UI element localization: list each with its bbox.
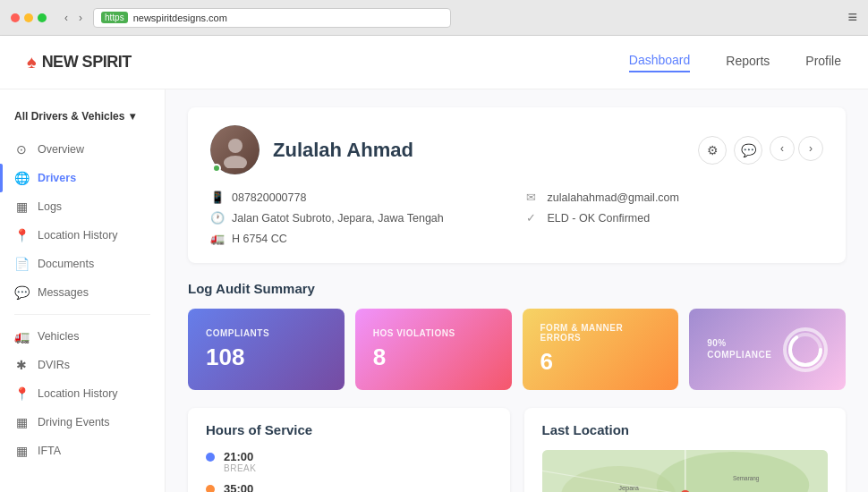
sidebar: All Drivers & Vehicles ▾ ⊙ Overview 🌐 Dr… [0, 89, 166, 492]
hos-item-drive: 35:00 [206, 482, 492, 492]
main-content: Zulalah Ahmad ⚙ 💬 ‹ › 📱 087820000778 ✉ [166, 89, 868, 492]
hos-break-time: 21:00 [224, 450, 256, 463]
message-button[interactable]: 💬 [734, 136, 762, 165]
audit-cards: COMPLIANTS 108 HOS VIOLATIONS 8 FORM & M… [188, 309, 846, 390]
sidebar-item-ifta[interactable]: ▦ IFTA [0, 437, 165, 465]
overview-icon: ⊙ [14, 142, 29, 157]
sidebar-item-messages[interactable]: 💬 Messages [0, 278, 165, 307]
driver-name: Zulalah Ahmad [273, 139, 413, 162]
logo-text: NEW SPIRIT [42, 53, 132, 72]
bottom-row: Hours of Service 21:00 BREAK 35:00 [188, 408, 846, 492]
nav-reports[interactable]: Reports [726, 54, 770, 72]
chevron-down-icon: ▾ [130, 110, 135, 123]
documents-icon: 📄 [14, 257, 29, 271]
minimize-dot[interactable] [24, 13, 33, 22]
back-button[interactable]: ‹ [61, 10, 72, 26]
browser-nav: ‹ › [61, 10, 86, 26]
logo[interactable]: ♠ NEW SPIRIT [27, 52, 132, 72]
settings-button[interactable]: ⚙ [698, 136, 727, 165]
url-bar[interactable]: https newspiritdesigns.com [93, 8, 451, 28]
location-title: Last Location [542, 422, 829, 437]
sidebar-item-location-history[interactable]: 📍 Location History [0, 221, 165, 250]
email-icon: ✉ [526, 191, 540, 204]
hamburger-icon[interactable]: ≡ [847, 8, 857, 27]
sidebar-label-vehicles-location: Location History [38, 387, 118, 400]
profile-actions: ⚙ 💬 ‹ › [698, 136, 823, 165]
sidebar-divider [14, 314, 150, 315]
sidebar-label-logs: Logs [38, 200, 62, 213]
audit-errors-value: 6 [540, 348, 661, 376]
audit-card-compliants: COMPLIANTS 108 [188, 309, 345, 390]
dvirs-icon: ✱ [14, 358, 29, 372]
online-status-dot [212, 164, 221, 173]
compliance-sublabel: COMPLIANCE [707, 350, 771, 360]
nav-dashboard[interactable]: Dashboard [629, 53, 691, 72]
detail-eld: ✓ ELD - OK Confirmed [526, 211, 824, 225]
sidebar-item-documents[interactable]: 📄 Documents [0, 250, 165, 278]
hos-item-break: 21:00 BREAK [206, 450, 492, 473]
prev-button[interactable]: ‹ [770, 136, 795, 161]
ifta-icon: ▦ [14, 444, 29, 458]
sidebar-label-driving-events: Driving Events [38, 416, 110, 428]
detail-phone: 📱 087820000778 [210, 191, 508, 204]
hos-break-dot [206, 453, 215, 462]
map-placeholder: Jepara Semarang [542, 450, 829, 492]
hos-break-label: BREAK [224, 463, 256, 473]
vehicles-icon: 🚛 [14, 329, 29, 344]
audit-compliants-value: 108 [206, 344, 327, 371]
sidebar-item-driving-events[interactable]: ▦ Driving Events [0, 408, 165, 437]
compliance-label: 90% [707, 338, 771, 348]
sidebar-item-dvirs[interactable]: ✱ DVIRs [0, 351, 165, 379]
sidebar-group-1: ⊙ Overview 🌐 Drivers ▦ Logs 📍 Location H… [0, 135, 165, 307]
detail-truck: 🚛 H 6754 CC [210, 232, 508, 245]
address-icon: 🕐 [210, 211, 225, 225]
eld-icon: ✓ [526, 211, 540, 225]
compliance-circle [783, 327, 828, 372]
hos-drive-time: 35:00 [224, 482, 253, 492]
eld-value: ELD - OK Confirmed [548, 212, 651, 225]
audit-card-errors: FORM & MANNER ERRORS 6 [523, 309, 679, 390]
forward-button[interactable]: › [75, 10, 86, 26]
main-layout: All Drivers & Vehicles ▾ ⊙ Overview 🌐 Dr… [0, 89, 868, 492]
detail-email: ✉ zulalahahmad@gmail.com [526, 191, 824, 204]
drivers-icon: 🌐 [14, 171, 29, 185]
address-value: Jalan Gatot Subroto, Jepara, Jawa Tengah [232, 212, 444, 225]
hos-break-info: 21:00 BREAK [224, 450, 256, 473]
sidebar-item-vehicles-location[interactable]: 📍 Location History [0, 379, 165, 408]
audit-card-violations: HOS VIOLATIONS 8 [355, 309, 512, 390]
profile-header: Zulalah Ahmad ⚙ 💬 ‹ › [210, 125, 823, 174]
sidebar-label-dvirs: DVIRs [38, 359, 70, 371]
sidebar-label-location-history: Location History [38, 229, 118, 242]
browser-chrome: ‹ › https newspiritdesigns.com ≡ [0, 0, 868, 36]
sidebar-item-vehicles[interactable]: 🚛 Vehicles [0, 322, 165, 351]
sidebar-item-drivers[interactable]: 🌐 Drivers [0, 164, 165, 192]
compliance-info: 90% COMPLIANCE [707, 338, 771, 361]
audit-section: Log Audit Summary COMPLIANTS 108 HOS VIO… [188, 281, 846, 390]
messages-icon: 💬 [14, 285, 29, 300]
hos-title: Hours of Service [206, 422, 492, 437]
sidebar-label-vehicles: Vehicles [38, 330, 80, 343]
sidebar-label-overview: Overview [38, 143, 84, 156]
detail-address: 🕐 Jalan Gatot Subroto, Jepara, Jawa Teng… [210, 211, 508, 225]
url-text: newspiritdesigns.com [133, 13, 227, 23]
hos-card: Hours of Service 21:00 BREAK 35:00 [188, 408, 510, 492]
sidebar-label-messages: Messages [38, 286, 89, 299]
svg-point-1 [224, 156, 247, 168]
sidebar-label-ifta: IFTA [38, 445, 61, 457]
audit-compliants-label: COMPLIANTS [206, 328, 327, 338]
sidebar-item-overview[interactable]: ⊙ Overview [0, 135, 165, 164]
svg-text:Jepara: Jepara [618, 484, 640, 492]
svg-point-0 [228, 139, 243, 153]
location-history-icon: 📍 [14, 228, 29, 242]
profile-details: 📱 087820000778 ✉ zulalahahmad@gmail.com … [210, 191, 823, 245]
maximize-dot[interactable] [38, 13, 47, 22]
sidebar-group-2: 🚛 Vehicles ✱ DVIRs 📍 Location History ▦ … [0, 322, 165, 465]
nav-profile[interactable]: Profile [805, 54, 841, 72]
sidebar-filter[interactable]: All Drivers & Vehicles ▾ [0, 103, 165, 135]
hos-drive-info: 35:00 [224, 482, 253, 492]
close-dot[interactable] [11, 13, 20, 22]
sidebar-filter-label: All Drivers & Vehicles [14, 110, 124, 123]
next-button[interactable]: › [798, 136, 823, 161]
sidebar-item-logs[interactable]: ▦ Logs [0, 192, 165, 221]
logo-icon: ♠ [27, 52, 37, 72]
